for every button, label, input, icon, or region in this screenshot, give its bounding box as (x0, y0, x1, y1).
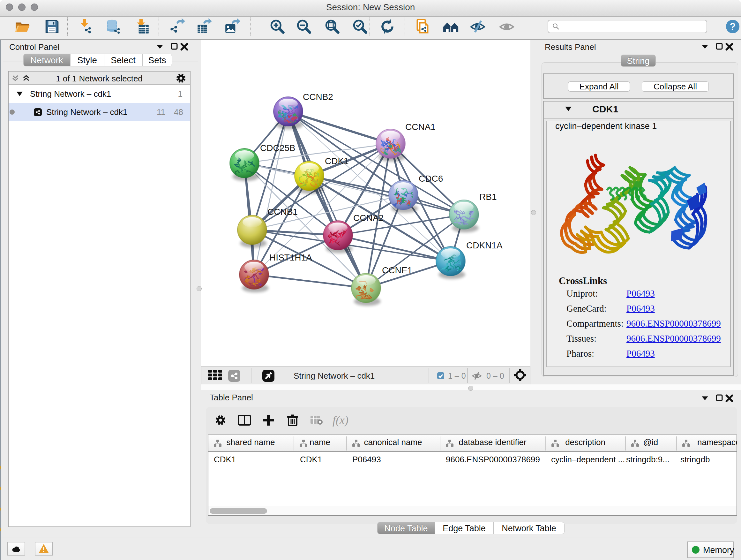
svg-text:CCNA1: CCNA1 (405, 122, 435, 132)
svg-text:CDC6: CDC6 (419, 174, 443, 184)
svg-text:?: ? (730, 21, 736, 32)
svg-text:CDC25B: CDC25B (260, 143, 295, 153)
svg-text:RB1: RB1 (479, 192, 496, 202)
svg-text:CDK1: CDK1 (325, 156, 349, 166)
svg-text:CCNB1: CCNB1 (267, 207, 298, 217)
svg-text:CCNA2: CCNA2 (353, 213, 384, 223)
svg-text:HIST1H1A: HIST1H1A (269, 253, 312, 262)
svg-text:CDKN1A: CDKN1A (466, 240, 502, 250)
svg-text:CCNB2: CCNB2 (303, 92, 333, 102)
svg-text:CCNE1: CCNE1 (382, 265, 412, 275)
